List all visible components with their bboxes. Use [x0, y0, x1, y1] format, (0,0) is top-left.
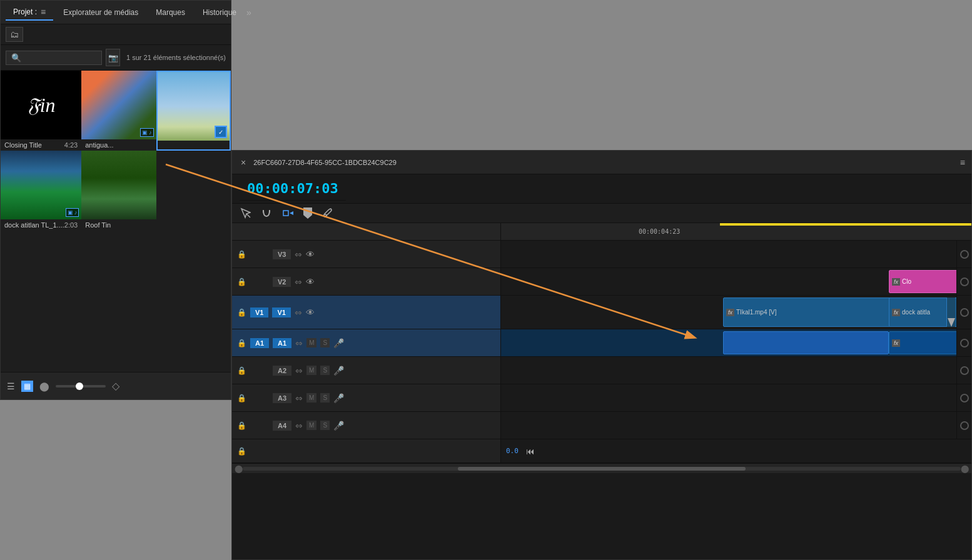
track-v1-lock-icon[interactable]: 🔒	[237, 308, 246, 317]
track-a3-mute-button[interactable]: M	[306, 393, 316, 402]
svg-rect-3	[283, 211, 288, 216]
more-tabs-icon[interactable]: »	[246, 8, 251, 18]
track-a3-lock-icon[interactable]: 🔒	[237, 394, 246, 402]
track-v2-label[interactable]: V2	[273, 277, 291, 287]
timeline-scrollbar[interactable]: ⬤ ⬤	[232, 463, 971, 473]
filter-icon: 📷	[108, 53, 118, 62]
track-a2-lock-icon[interactable]: 🔒	[237, 366, 246, 375]
tab-project[interactable]: Projet : ≡	[6, 4, 53, 21]
magnet-tool-icon	[261, 208, 272, 219]
media-item-antigua[interactable]: ▣ ♪ antigua...	[81, 71, 156, 151]
project-tabs: Projet : ≡ Explorateur de médias Marques…	[1, 1, 231, 24]
track-a2-content	[501, 357, 956, 384]
tab-history[interactable]: Historique	[195, 6, 244, 19]
track-a3-sync-icon[interactable]: ⇔	[295, 393, 303, 403]
track-a2-solo-button[interactable]: S	[320, 366, 330, 375]
diamond-icon[interactable]: ◇	[112, 380, 119, 392]
track-a4-sync-icon[interactable]: ⇔	[295, 421, 303, 431]
track-v1-eye-icon[interactable]: 👁	[306, 308, 315, 318]
track-a1-sync-icon[interactable]: ⇔	[295, 338, 303, 348]
track-a4-mute-button[interactable]: M	[306, 421, 316, 430]
search-icon: 🔍	[11, 53, 21, 62]
scrollbar-track[interactable]	[243, 467, 961, 471]
filter-button[interactable]: 📷	[106, 49, 120, 66]
media-grid: 𝔉in Closing Title 4:23 ▣ ♪ antigua...	[1, 71, 231, 231]
media-item-roof-tin[interactable]: Roof Tin	[81, 151, 156, 231]
clip-name-dock: dock atitla	[902, 309, 930, 316]
media-item-dock-atitlan[interactable]: ▣ ♪ dock atitlan TL_1.... 2:03	[1, 151, 81, 231]
search-input[interactable]	[25, 53, 96, 62]
track-a1-lock-icon[interactable]: 🔒	[237, 339, 246, 348]
media-item-sky[interactable]: ✓	[156, 71, 231, 151]
clip-a1-dock-audio[interactable]: fx	[889, 331, 956, 354]
track-a1-solo-button[interactable]: S	[320, 338, 330, 348]
timeline-menu-button[interactable]: ≡	[960, 158, 965, 168]
scroll-right-button[interactable]: ⬤	[961, 464, 969, 473]
track-v1-source-button[interactable]: V1	[250, 308, 268, 318]
marker-tool-button[interactable]	[303, 208, 312, 219]
track-a2-row: 🔒 A2 ⇔ M S 🎤	[232, 357, 971, 384]
list-view-button[interactable]: ☰	[7, 381, 15, 391]
track-a4-solo-button[interactable]: S	[320, 421, 330, 430]
track-v2-controls: 🔒 V2 ⇔ 👁	[232, 268, 501, 295]
media-name-closing-title: Closing Title	[4, 141, 42, 149]
track-a3-output-circle	[960, 394, 969, 402]
track-v1-target-button[interactable]: V1	[272, 308, 290, 318]
selection-tool-button[interactable]	[240, 208, 251, 219]
media-duration-dock: 2:03	[64, 221, 78, 229]
track-a1-source-button[interactable]: A1	[250, 338, 269, 348]
track-v1-controls: 🔒 V1 V1 ⇔ 👁	[232, 296, 501, 329]
clip-tikal[interactable]: fx TIkal1.mp4 [V]	[723, 298, 892, 327]
track-a1-mute-button[interactable]: M	[306, 338, 316, 348]
track-a4-label[interactable]: A4	[273, 421, 291, 431]
scroll-left-button[interactable]: ⬤	[235, 464, 243, 473]
track-v2-lock-icon[interactable]: 🔒	[237, 278, 246, 286]
grid-view-button[interactable]: ▦	[21, 381, 33, 392]
track-a2-output-circle	[960, 366, 969, 375]
media-item-closing-title[interactable]: 𝔉in Closing Title 4:23	[1, 71, 81, 151]
track-a4-content	[501, 412, 956, 439]
track-a1-output-circle	[960, 339, 969, 348]
clip-closing-title[interactable]: fx Clo	[889, 270, 956, 293]
scrollbar-thumb[interactable]	[458, 467, 745, 471]
track-a4-output	[956, 412, 971, 439]
project-menu-icon[interactable]: ≡	[41, 7, 46, 17]
track-a2-mic-icon[interactable]: 🎤	[333, 366, 344, 376]
up-folder-button[interactable]: 🗂	[6, 27, 23, 42]
track-v2-eye-icon[interactable]: 👁	[306, 277, 315, 287]
track-a3-solo-button[interactable]: S	[320, 393, 330, 402]
tab-markers[interactable]: Marques	[148, 6, 193, 19]
track-a1-target-button[interactable]: A1	[273, 338, 291, 348]
track-a2-label[interactable]: A2	[273, 366, 291, 376]
timeline-close-button[interactable]: ×	[238, 156, 248, 169]
track-v3-lock-icon[interactable]: 🔒	[237, 250, 246, 259]
svg-marker-4	[290, 211, 293, 215]
track-v2-content: fx Clo	[501, 268, 956, 295]
clip-fx-badge-dock: fx	[892, 309, 900, 316]
track-v3-sync-icon[interactable]: ⇔	[295, 249, 302, 259]
track-a3-label[interactable]: A3	[273, 393, 291, 403]
track-v2-sync-icon[interactable]: ⇔	[295, 277, 302, 287]
track-v1-sync-icon[interactable]: ⇔	[295, 308, 302, 318]
work-area-bar	[720, 223, 971, 226]
skip-to-end-button[interactable]: ⏮	[526, 446, 535, 456]
clip-a1-tikal-audio[interactable]	[723, 331, 889, 354]
track-master-lock-icon[interactable]: 🔒	[237, 447, 246, 456]
track-a2-mute-button[interactable]: M	[306, 366, 316, 375]
track-a2-sync-icon[interactable]: ⇔	[295, 366, 303, 376]
wrench-tool-button[interactable]	[322, 208, 333, 219]
track-a1-mic-icon[interactable]: 🎤	[333, 338, 344, 348]
track-a4-lock-icon[interactable]: 🔒	[237, 421, 246, 430]
track-a3-mic-icon[interactable]: 🎤	[333, 393, 344, 403]
track-a1-content: fx	[501, 329, 956, 356]
magnet-tool-button[interactable]	[261, 208, 272, 219]
tab-media-browser[interactable]: Explorateur de médias	[56, 6, 146, 19]
track-v3-eye-icon[interactable]: 👁	[306, 249, 315, 259]
size-slider[interactable]	[56, 385, 106, 388]
marker-tool-icon	[303, 208, 312, 219]
insert-tool-button[interactable]	[282, 208, 293, 219]
track-v3-label[interactable]: V3	[273, 249, 291, 259]
track-a2-controls: 🔒 A2 ⇔ M S 🎤	[232, 357, 501, 384]
search-bar[interactable]: 🔍	[6, 51, 102, 65]
track-a4-mic-icon[interactable]: 🎤	[333, 421, 344, 431]
